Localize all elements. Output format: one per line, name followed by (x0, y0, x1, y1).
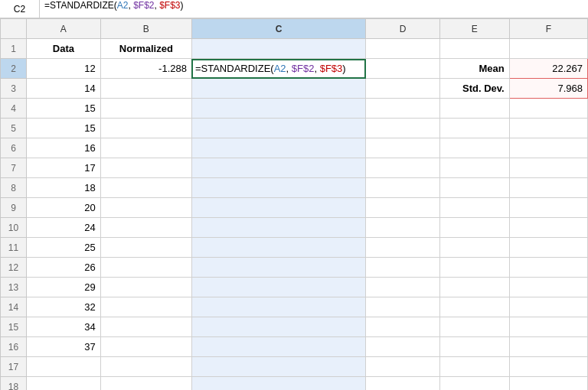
cell-d18[interactable] (366, 377, 440, 391)
cell-e2[interactable]: Mean (439, 59, 509, 79)
cell-e18[interactable] (439, 377, 509, 391)
cell-b7[interactable] (100, 158, 191, 178)
cell-a5[interactable]: 15 (27, 119, 101, 138)
cell-a14[interactable]: 32 (27, 297, 101, 317)
cell-b1[interactable]: Normalized (100, 39, 191, 59)
cell-e12[interactable] (439, 258, 509, 278)
cell-b3[interactable] (100, 79, 191, 99)
cell-c16[interactable] (191, 337, 365, 357)
cell-b17[interactable] (100, 357, 191, 377)
cell-b6[interactable] (100, 138, 191, 158)
cell-b12[interactable] (100, 258, 191, 278)
cell-b2[interactable]: -1.288 (100, 59, 191, 79)
cell-f12[interactable] (509, 258, 587, 278)
cell-b18[interactable] (100, 377, 191, 391)
cell-d7[interactable] (366, 158, 440, 178)
cell-a4[interactable]: 15 (27, 99, 101, 119)
cell-c15[interactable] (191, 317, 365, 337)
cell-c3[interactable] (191, 79, 365, 99)
cell-e8[interactable] (439, 178, 509, 198)
cell-f16[interactable] (509, 337, 587, 357)
cell-d14[interactable] (366, 297, 440, 317)
cell-c6[interactable] (191, 138, 365, 158)
cell-d4[interactable] (366, 99, 440, 119)
col-header-b[interactable]: B (100, 19, 191, 39)
cell-a13[interactable]: 29 (27, 278, 101, 297)
cell-d10[interactable] (366, 218, 440, 238)
cell-b5[interactable] (100, 119, 191, 138)
cell-f4[interactable] (509, 99, 587, 119)
cell-d16[interactable] (366, 337, 440, 357)
col-header-f[interactable]: F (509, 19, 587, 39)
cell-a11[interactable]: 25 (27, 238, 101, 258)
cell-c4[interactable] (191, 99, 365, 119)
cell-e4[interactable] (439, 99, 509, 119)
cell-f3[interactable]: 7.968 (509, 79, 587, 99)
cell-f17[interactable] (509, 357, 587, 377)
cell-c11[interactable] (191, 238, 365, 258)
cell-c7[interactable] (191, 158, 365, 178)
cell-d9[interactable] (366, 198, 440, 218)
cell-f8[interactable] (509, 178, 587, 198)
cell-a6[interactable]: 16 (27, 138, 101, 158)
cell-e10[interactable] (439, 218, 509, 238)
cell-d6[interactable] (366, 138, 440, 158)
cell-a8[interactable]: 18 (27, 178, 101, 198)
cell-d2[interactable] (366, 59, 440, 79)
cell-f2[interactable]: 22.267 (509, 59, 587, 79)
col-header-c[interactable]: C (191, 19, 365, 39)
cell-c2-active[interactable]: =STANDARDIZE(A2, $F$2, $F$3) (191, 59, 365, 79)
cell-a2[interactable]: 12 (27, 59, 101, 79)
cell-e3[interactable]: Std. Dev. (439, 79, 509, 99)
cell-c14[interactable] (191, 297, 365, 317)
cell-d11[interactable] (366, 238, 440, 258)
cell-e14[interactable] (439, 297, 509, 317)
cell-b15[interactable] (100, 317, 191, 337)
cell-c10[interactable] (191, 218, 365, 238)
cell-b4[interactable] (100, 99, 191, 119)
cell-f10[interactable] (509, 218, 587, 238)
cell-e6[interactable] (439, 138, 509, 158)
cell-f7[interactable] (509, 158, 587, 178)
cell-c8[interactable] (191, 178, 365, 198)
cell-d8[interactable] (366, 178, 440, 198)
col-header-d[interactable]: D (366, 19, 440, 39)
cell-c1[interactable] (191, 39, 365, 59)
cell-a15[interactable]: 34 (27, 317, 101, 337)
cell-c18[interactable] (191, 377, 365, 391)
formula-input[interactable]: =STANDARDIZE(A2, $F$2, $F$3) (40, 0, 588, 18)
cell-e5[interactable] (439, 119, 509, 138)
cell-f11[interactable] (509, 238, 587, 258)
cell-f18[interactable] (509, 377, 587, 391)
cell-d1[interactable] (366, 39, 440, 59)
cell-a10[interactable]: 24 (27, 218, 101, 238)
cell-b10[interactable] (100, 218, 191, 238)
cell-a1[interactable]: Data (27, 39, 101, 59)
cell-a18[interactable] (27, 377, 101, 391)
cell-f5[interactable] (509, 119, 587, 138)
cell-e17[interactable] (439, 357, 509, 377)
cell-b14[interactable] (100, 297, 191, 317)
cell-f6[interactable] (509, 138, 587, 158)
cell-b13[interactable] (100, 278, 191, 297)
cell-ref-box[interactable]: C2 (0, 0, 40, 18)
cell-e15[interactable] (439, 317, 509, 337)
cell-a12[interactable]: 26 (27, 258, 101, 278)
cell-f15[interactable] (509, 317, 587, 337)
cell-d12[interactable] (366, 258, 440, 278)
cell-b8[interactable] (100, 178, 191, 198)
cell-e11[interactable] (439, 238, 509, 258)
cell-c12[interactable] (191, 258, 365, 278)
cell-f13[interactable] (509, 278, 587, 297)
cell-a9[interactable]: 20 (27, 198, 101, 218)
cell-c9[interactable] (191, 198, 365, 218)
cell-e7[interactable] (439, 158, 509, 178)
cell-e9[interactable] (439, 198, 509, 218)
cell-f14[interactable] (509, 297, 587, 317)
col-header-a[interactable]: A (27, 19, 101, 39)
cell-a3[interactable]: 14 (27, 79, 101, 99)
cell-e13[interactable] (439, 278, 509, 297)
cell-a17[interactable] (27, 357, 101, 377)
cell-f1[interactable] (509, 39, 587, 59)
cell-d3[interactable] (366, 79, 440, 99)
